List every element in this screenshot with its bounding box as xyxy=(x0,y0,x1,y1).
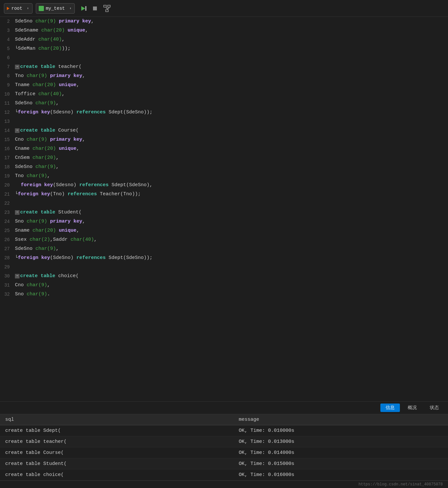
token: )); xyxy=(62,46,71,51)
line-number: 26 xyxy=(0,235,14,244)
token: Ssex xyxy=(15,237,30,242)
editor-area[interactable]: 2SdeSno char(9) primary key,3SdeSname ch… xyxy=(0,17,448,401)
result-tab[interactable]: 概况 xyxy=(402,404,422,412)
token xyxy=(56,146,59,151)
token: └ xyxy=(15,109,18,115)
token: char(20) xyxy=(41,28,65,33)
token: char(20) xyxy=(33,155,56,161)
token: CnSem xyxy=(15,155,33,161)
token: primary key xyxy=(50,137,82,142)
code-line: 23−create table Student( xyxy=(0,208,448,217)
token: Sname xyxy=(15,228,33,233)
token: SdeAddr xyxy=(15,37,38,42)
code-line: 10Toffice char(40), xyxy=(0,90,448,99)
code-line: 9Tname char(20) unique, xyxy=(0,81,448,90)
token: foreign key xyxy=(18,255,50,261)
line-number: 18 xyxy=(0,162,14,172)
token: char(40) xyxy=(38,37,62,42)
token: char(9) xyxy=(27,173,47,179)
token: char(9) xyxy=(27,219,47,224)
result-tab[interactable]: 状态 xyxy=(425,404,444,412)
line-content: Cno char(9) primary key, xyxy=(14,135,448,144)
toolbar: root ⬍ my_test ⬍ xyxy=(0,0,448,17)
token: Cname xyxy=(15,146,33,151)
code-line: 31Cno char(9), xyxy=(0,281,448,290)
line-number: 13 xyxy=(0,117,14,126)
token: Tname xyxy=(15,82,33,88)
token: Cno xyxy=(15,282,27,288)
token: , xyxy=(56,155,59,161)
code-line: 3SdeSname char(20) unique, xyxy=(0,26,448,35)
collapse-button[interactable]: − xyxy=(15,210,20,215)
database-select[interactable]: my_test ⬍ xyxy=(36,3,75,14)
line-number: 21 xyxy=(0,190,14,199)
connection-select[interactable]: root ⬍ xyxy=(4,3,33,14)
result-tab[interactable]: 信息 xyxy=(380,404,400,412)
token: (Sdesno) xyxy=(50,109,76,115)
connection-icon xyxy=(7,7,9,10)
line-number: 20 xyxy=(0,181,14,190)
token xyxy=(56,82,59,88)
token: unique xyxy=(59,146,76,151)
token: , xyxy=(76,146,79,151)
line-content: SdeSno char(9), xyxy=(14,162,448,172)
token: Sdept(SdeSno)); xyxy=(106,255,152,261)
code-line: 11SdeSno char(9), xyxy=(0,99,448,108)
code-line: 13 xyxy=(0,117,448,126)
token: , xyxy=(62,37,65,42)
token: create xyxy=(20,210,38,215)
token: (Tno) xyxy=(50,191,68,197)
token: , xyxy=(56,246,59,251)
line-content: Tno char(9) primary key, xyxy=(14,71,448,81)
line-content: └foreign key(Sdesno) references Sdept(Sd… xyxy=(14,108,448,117)
token: , xyxy=(76,82,79,88)
svg-marker-1 xyxy=(85,6,86,11)
code-line: 24Sno char(9) primary key, xyxy=(0,217,448,226)
line-number: 29 xyxy=(0,263,14,272)
schema-button[interactable] xyxy=(102,4,112,13)
message-cell: OK, Time: 0.014000s xyxy=(233,447,448,458)
token: char(20) xyxy=(33,82,56,88)
run-button[interactable] xyxy=(78,4,88,13)
token: char(9) xyxy=(35,246,56,251)
token: table xyxy=(41,128,55,133)
code-line: 12└foreign key(Sdesno) references Sdept(… xyxy=(0,108,448,117)
token: foreign key xyxy=(18,191,50,197)
token: references xyxy=(79,182,109,188)
svg-rect-3 xyxy=(104,5,106,7)
run-icon xyxy=(79,5,86,12)
line-number: 22 xyxy=(0,199,14,208)
token: unique xyxy=(59,228,76,233)
token: (Sdesno) xyxy=(53,182,79,188)
stop-button[interactable] xyxy=(91,5,99,12)
collapse-button[interactable]: − xyxy=(15,65,20,69)
token: foreign key xyxy=(21,182,53,188)
line-number: 9 xyxy=(0,81,14,90)
database-label: my_test xyxy=(46,6,65,11)
token: char(20) xyxy=(33,228,56,233)
token: └ xyxy=(15,191,18,197)
token: primary key xyxy=(50,73,82,79)
line-number: 32 xyxy=(0,290,14,299)
line-content: Sno char(9). xyxy=(14,290,448,299)
token: SdeSno xyxy=(15,19,35,24)
code-line: 6 xyxy=(0,53,448,62)
line-number: 24 xyxy=(0,217,14,226)
token: Tno xyxy=(15,73,27,79)
token: char(9) xyxy=(27,137,47,142)
token: , xyxy=(82,73,85,79)
token: Sno xyxy=(15,291,27,297)
token: , xyxy=(91,19,94,24)
line-number: 12 xyxy=(0,108,14,117)
token: , xyxy=(82,219,85,224)
code-line: 22 xyxy=(0,199,448,208)
token: Teacher(Tno)); xyxy=(97,191,141,197)
collapse-button[interactable]: − xyxy=(15,128,20,133)
collapse-button[interactable]: − xyxy=(15,274,20,278)
token: , xyxy=(94,237,97,242)
line-content: Cname char(20) unique, xyxy=(14,144,448,153)
table-row: create table Student(OK, Time: 0.015000s xyxy=(0,458,448,469)
line-content: Cno char(9), xyxy=(14,281,448,290)
line-number: 17 xyxy=(0,153,14,162)
token: , xyxy=(76,228,79,233)
